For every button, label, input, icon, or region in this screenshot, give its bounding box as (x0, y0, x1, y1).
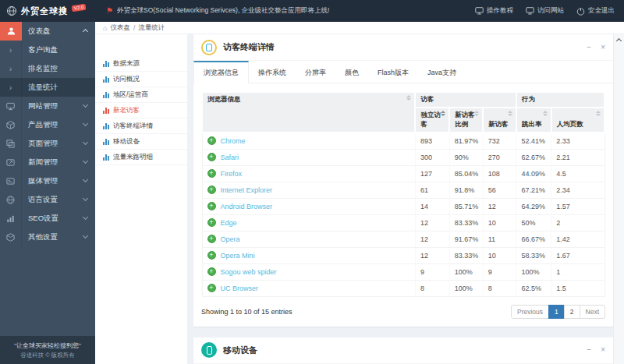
column-header-browser-info[interactable]: 浏览器信息 (202, 92, 415, 133)
sidebar-item-page-mgmt[interactable]: 页面管理 (0, 134, 95, 153)
expand-row-icon[interactable]: + (207, 136, 216, 145)
chevron-up-icon (616, 38, 622, 44)
browser-name-link[interactable]: UC Browser (221, 284, 259, 292)
chevron-down-icon (83, 140, 88, 145)
chevron-down-icon (83, 121, 88, 126)
tab-java-support[interactable]: Java支持 (418, 61, 466, 83)
expand-row-icon[interactable]: + (207, 169, 216, 178)
expand-row-icon[interactable]: + (207, 267, 216, 276)
cube-icon (0, 115, 22, 134)
sidebar-item-product-mgmt[interactable]: 产品管理 (0, 115, 95, 134)
table-row: +Sogou web spider 9 100% 9 100% 1 (202, 263, 604, 280)
minimize-icon[interactable]: − (587, 44, 591, 51)
browser-name-link[interactable]: Firefox (221, 170, 243, 178)
cell-bounce-rate: 44.09% (516, 165, 551, 182)
browser-name-link[interactable]: Internet Explorer (221, 186, 273, 194)
bar-chart-icon (103, 108, 109, 114)
subnav-item-visit-overview[interactable]: 访问概况 (95, 72, 187, 87)
pagination-previous-button[interactable]: Previous (511, 305, 549, 319)
subnav-item-data-source[interactable]: 数据来源 (95, 56, 187, 72)
sort-icon-active (441, 111, 445, 116)
close-icon[interactable]: × (601, 346, 605, 354)
bar-chart-icon (103, 76, 109, 83)
sidebar-item-website-mgmt[interactable]: 网站管理 (0, 97, 95, 115)
subnav-item-region-carrier[interactable]: 地区/运营商 (95, 87, 187, 103)
chevron-up-icon (83, 28, 88, 34)
cell-unique-visitors: 12 (415, 231, 449, 247)
subnav-label: 地区/运营商 (113, 90, 148, 100)
browser-name-link[interactable]: Opera (221, 235, 240, 243)
breadcrumb-dashboard[interactable]: 仪表盘 (110, 23, 130, 33)
chevron-down-icon (83, 177, 88, 182)
column-header-new-visitor-ratio[interactable]: 新访客比例 (449, 108, 483, 133)
browser-name-link[interactable]: Opera Mini (221, 252, 255, 260)
pagination-page-1-button[interactable]: 1 (548, 305, 565, 319)
sidebar-item-rank-monitor[interactable]: › 排名监控 (0, 59, 95, 78)
bar-chart-icon (103, 92, 109, 98)
browser-name-link[interactable]: Sogou web spider (221, 268, 277, 276)
brand-logo[interactable]: 外贸全球搜 V2.0 (0, 0, 95, 22)
table-row: +Android Browser 14 85.71% 12 64.29% 1.5… (202, 198, 604, 214)
sidebar-item-other-settings[interactable]: 其他设置 (0, 228, 95, 246)
browser-name-link[interactable]: Edge (221, 219, 237, 227)
subnav-item-visitor-terminal[interactable]: 访客终端详情 (95, 118, 187, 134)
expand-row-icon[interactable]: + (207, 284, 216, 292)
column-header-unique-visitors[interactable]: 独立访客 (415, 108, 449, 133)
sidebar-item-media-mgmt[interactable]: 媒体管理 (0, 171, 95, 190)
cell-pages: 1.5 (551, 280, 604, 296)
browser-stats-table: 浏览器信息 访客 行为 独立访客 (201, 91, 605, 297)
scroll-up-button[interactable] (614, 34, 624, 45)
expand-row-icon[interactable]: + (207, 153, 216, 161)
sidebar-item-language-settings[interactable]: 语言设置 (0, 190, 95, 209)
expand-row-icon[interactable]: + (207, 186, 216, 194)
column-header-new-visitors[interactable]: 新访客 (483, 108, 516, 133)
close-icon[interactable]: × (601, 44, 605, 51)
tutorial-link[interactable]: 操作教程 (475, 6, 513, 16)
expand-row-icon[interactable]: + (207, 235, 216, 243)
sidebar-item-news-mgmt[interactable]: 新闻管理 (0, 153, 95, 171)
sidebar-item-label: 媒体管理 (22, 176, 83, 186)
cell-new-ratio: 85.71% (449, 198, 483, 214)
expand-row-icon[interactable]: + (207, 218, 216, 227)
chevron-down-icon (83, 102, 88, 108)
sidebar-item-customer-inquiry[interactable]: › 客户询盘 (0, 41, 95, 59)
chevron-down-icon (83, 196, 88, 201)
tab-flash-version[interactable]: Flash版本 (368, 61, 418, 83)
browser-name-link[interactable]: Chrome (221, 137, 246, 145)
cell-new-visitors: 10 (483, 247, 516, 263)
sidebar-item-seo-settings[interactable]: SEO设置 (0, 209, 95, 228)
tab-color[interactable]: 颜色 (335, 61, 368, 83)
brand-name: 外贸全球搜 (21, 5, 68, 17)
subnav-item-traffic-referrer-detail[interactable]: 流量来路明细 (95, 150, 187, 165)
pagination-page-2-button[interactable]: 2 (564, 305, 580, 319)
logout-link[interactable]: 安全退出 (576, 6, 615, 16)
pagination-next-button[interactable]: Next (580, 305, 605, 319)
news-icon (0, 153, 22, 171)
main-content: 访客终端详情 − × 浏览器信息 操作系统 分辨率 颜色 Flash版本 Jav… (193, 34, 613, 364)
sidebar-item-traffic-stats[interactable]: › 流量统计 (0, 78, 95, 97)
cell-new-ratio: 85.04% (449, 165, 483, 182)
subnav-item-mobile-devices[interactable]: 移动设备 (95, 134, 187, 150)
expand-row-icon[interactable]: + (207, 202, 216, 210)
sort-icon (474, 111, 479, 116)
sidebar-item-label: 产品管理 (22, 120, 83, 130)
page-scrollbar[interactable] (613, 34, 624, 364)
table-row: +Chrome 893 81.97% 732 52.41% 2.33 (202, 133, 604, 149)
minimize-icon[interactable]: − (587, 346, 591, 354)
visit-site-link[interactable]: 访问网站 (526, 6, 564, 16)
column-header-pages-per-visit[interactable]: 人均页数 (551, 108, 604, 133)
browser-table-wrap: 浏览器信息 访客 行为 独立访客 (193, 83, 613, 297)
expand-row-icon[interactable]: + (207, 251, 216, 260)
tab-operating-system[interactable]: 操作系统 (249, 61, 296, 83)
column-header-bounce-rate[interactable]: 跳出率 (516, 108, 551, 133)
cell-new-ratio: 91.8% (449, 182, 483, 198)
tab-resolution[interactable]: 分辨率 (296, 61, 335, 83)
subnav-item-new-returning-visitors[interactable]: 新老访客 (95, 103, 187, 118)
tab-browser-info[interactable]: 浏览器信息 (193, 61, 249, 83)
browser-name-link[interactable]: Safari (221, 154, 239, 161)
cell-new-visitors: 270 (483, 149, 516, 165)
card-header: 访客终端详情 − × (193, 34, 613, 61)
sidebar-item-label: 流量统计 (22, 83, 95, 93)
browser-name-link[interactable]: Android Browser (221, 203, 273, 210)
sidebar-item-dashboard[interactable]: 仪表盘 (0, 22, 95, 41)
